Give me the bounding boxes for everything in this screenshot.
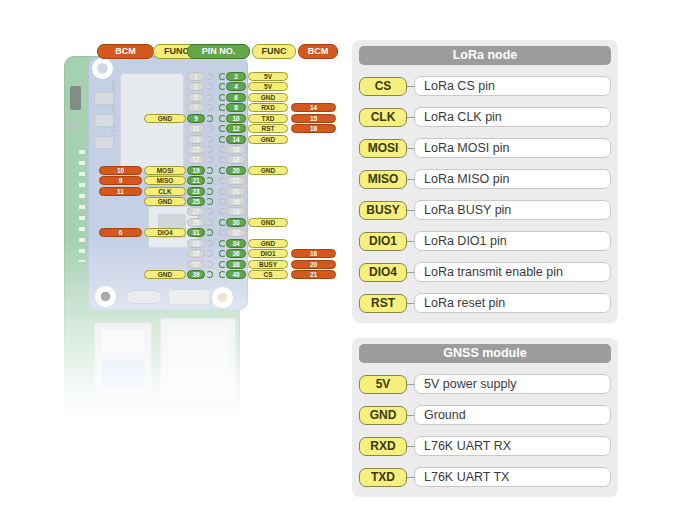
func-badge: GND [144,270,186,279]
pin-row: 1718 [0,155,350,164]
pin-hook-icon [206,250,213,257]
pin-number-badge: 24 [226,187,246,196]
pin-number-badge: 7 [187,103,205,112]
pin-row: 1314GND [0,135,350,144]
right-column: LoRa nodeCSLoRa CS pinCLKLoRa CLK pinMOS… [352,40,618,497]
pin-hook-icon [206,136,213,143]
legend-row: RXDL76K UART RX [359,436,611,456]
pin-number-badge: 4 [226,82,246,91]
pin-number-badge: 28 [226,207,246,216]
func-badge: DIO1 [248,249,288,258]
pin-number-badge: 31 [187,228,205,237]
pin-label-badge: CLK [359,108,407,127]
connector-line [407,210,414,211]
func-badge: 5V [248,82,288,91]
pin-number-badge: 10 [226,114,246,123]
pin-hook-icon [206,188,213,195]
pin-row: 1112RST18 [0,124,350,133]
func-badge: GND [144,114,186,123]
pin-number-badge: 8 [226,103,246,112]
pin-hook-icon [219,83,226,90]
legend-row: DIO4LoRa transmit enable pin [359,262,611,282]
pin-hook-icon [206,229,213,236]
connector-line [407,384,414,385]
legend-row: BUSYLoRa BUSY pin [359,200,611,220]
pin-hook-icon [206,125,213,132]
pin-number-badge: 12 [226,124,246,133]
pin-hook-icon [219,261,226,268]
pin-hook-icon [206,73,213,80]
pin-row: 345V [0,82,350,91]
connector-line [407,446,414,447]
lora-node-panel: LoRa nodeCSLoRa CS pinCLKLoRa CLK pinMOS… [352,40,618,323]
bcm-badge: 14 [291,103,336,112]
pin-hook-icon [219,188,226,195]
func-badge: GND [248,135,288,144]
connector-line [407,415,414,416]
pin-number-badge: 30 [226,218,246,227]
pin-number-badge: 19 [187,166,205,175]
pin-hook-icon [219,177,226,184]
legend-row: RSTLoRa reset pin [359,293,611,313]
bcm-badge: 20 [291,260,336,269]
pin-description: LoRa MOSI pin [414,138,611,158]
pin-hook-icon [219,136,226,143]
pin-description: L76K UART TX [414,467,611,487]
pin-hook-icon [219,73,226,80]
pin-row: 2728 [0,207,350,216]
pin-description: LoRa DIO1 pin [414,231,611,251]
legend-row: CLKLoRa CLK pin [359,107,611,127]
pin-label-badge: BUSY [359,201,407,220]
pin-number-badge: 13 [187,135,205,144]
pin-number-badge: 9 [187,114,205,123]
bcm-badge: 16 [291,249,336,258]
func-badge: GND [144,197,186,206]
pin-row: 125V [0,72,350,81]
connector-line [407,241,414,242]
pin-row: GND3940CS21 [0,270,350,279]
pin-hook-icon [219,156,226,163]
pin-label-badge: TXD [359,468,407,487]
pin-hook-icon [219,208,226,215]
pin-description: LoRa MISO pin [414,169,611,189]
pin-hook-icon [206,167,213,174]
pin-label-badge: MOSI [359,139,407,158]
pin-row: 1516 [0,145,350,154]
pin-description: 5V power supply [414,374,611,394]
connector-line [407,303,414,304]
pin-description: LoRa reset pin [414,293,611,313]
connector-line [407,477,414,478]
bcm-badge: 10 [99,166,142,175]
pin-row: 78RXD14 [0,103,350,112]
legend-row: MOSILoRa MOSI pin [359,138,611,158]
pin-hook-icon [219,271,226,278]
pin-number-badge: 20 [226,166,246,175]
pin-number-badge: 37 [187,260,205,269]
pin-description: LoRa BUSY pin [414,200,611,220]
pin-hook-icon [219,94,226,101]
pin-number-badge: 29 [187,218,205,227]
pin-hook-icon [206,146,213,153]
pin-label-badge: RXD [359,437,407,456]
pin-hook-icon [206,156,213,163]
pin-label-badge: 5V [359,375,407,394]
pin-label-badge: DIO1 [359,232,407,251]
pinout-page: SX1262 LoRa Node BCM FUNC PIN NO. FUNC B… [0,0,700,525]
func-badge: 5V [248,72,288,81]
pin-number-badge: 26 [226,197,246,206]
pin-number-badge: 32 [226,228,246,237]
pin-hook-icon [219,115,226,122]
pin-hook-icon [206,219,213,226]
legend-row: CSLoRa CS pin [359,76,611,96]
pin-hook-icon [219,125,226,132]
pin-row: 3536DIO116 [0,249,350,258]
bcm-badge: 11 [99,187,142,196]
pin-description: LoRa CLK pin [414,107,611,127]
connector-line [407,272,414,273]
pin-number-badge: 16 [226,145,246,154]
pin-number-badge: 15 [187,145,205,154]
pin-hook-icon [219,198,226,205]
pin-hook-icon [206,104,213,111]
pin-row: GND2526 [0,197,350,206]
pin-number-badge: 39 [187,270,205,279]
